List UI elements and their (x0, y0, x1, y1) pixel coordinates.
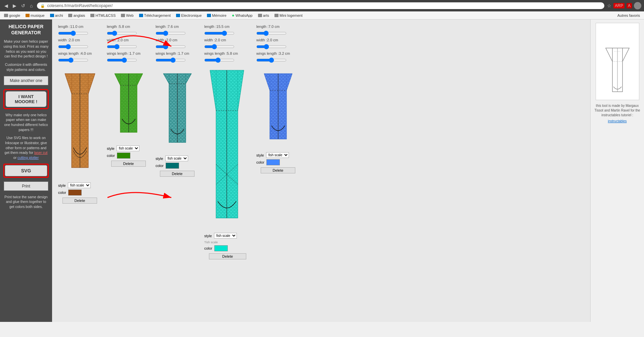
width-slider-5[interactable] (256, 44, 287, 49)
bookmark-memoire-label: Mémoire (212, 13, 226, 17)
bookmark-web[interactable]: Web (120, 13, 135, 18)
style-select-2[interactable]: fish scale chevron (117, 145, 139, 151)
bookmark-autres-label: Autres favoris (617, 13, 640, 17)
color-swatch-2[interactable] (117, 153, 130, 159)
style-label-1: style (58, 183, 66, 187)
length-param-2: length :5.8 cm (107, 25, 150, 29)
wings-slider-4[interactable] (204, 57, 234, 63)
delete-btn-4[interactable]: Delete (209, 253, 246, 259)
color-swatch-1[interactable] (68, 189, 82, 196)
color-label-1: color (58, 191, 66, 195)
width-slider-2[interactable] (107, 44, 137, 49)
helico-preview-1 (63, 67, 97, 178)
width-label-3: width :2.0 cm (156, 38, 177, 42)
helico-columns: length :11.0 cm width :2.0 cm wings leng… (55, 23, 302, 319)
i-want-more-button[interactable]: I WANT MOOORE ! (6, 91, 46, 107)
bookmark-anglais[interactable]: anglais (67, 13, 86, 18)
length-slider-4[interactable] (204, 31, 234, 36)
bookmark-autres[interactable]: Autres favoris (616, 13, 641, 18)
style-select-3[interactable]: fish scale chevron (165, 156, 188, 161)
bookmark-google[interactable]: google (3, 13, 22, 18)
width-param-2: width :2.0 cm (107, 38, 150, 42)
delete-btn-2[interactable]: Delete (111, 161, 146, 167)
bookmark-minilogement[interactable]: Mini logement (273, 13, 304, 18)
style-select-1[interactable]: fish scale chevron dots (68, 182, 91, 188)
length-slider-3[interactable] (156, 31, 186, 36)
app-title: HELICO PAPERGENERATOR (3, 24, 49, 36)
length-label-1: length :11.0 cm (58, 25, 83, 29)
color-swatch-5[interactable] (266, 159, 280, 165)
bookmark-web-label: Web (126, 13, 133, 17)
bookmark-musique-label: musique (31, 13, 45, 17)
style-row-2: style fish scale chevron (107, 145, 150, 151)
length-param-1: length :11.0 cm (58, 25, 101, 29)
helico-col-3: length :7.6 cm width :2.0 cm wings lengt… (153, 23, 202, 179)
helico-col-1: length :11.0 cm width :2.0 cm wings leng… (55, 23, 104, 206)
style-label-2: style (107, 146, 115, 151)
right-panel: this tool is made by Margaux Tissot and … (590, 19, 644, 322)
bookmark-minilogement-label: Mini logement (280, 13, 302, 17)
extensions-area: ARP (613, 3, 625, 8)
address-bar[interactable]: 🔒 cotesens.fr/martinRavel/helicopaper/ (37, 2, 604, 9)
refresh-button[interactable]: ↺ (19, 2, 27, 9)
length-label-4: length :15.5 cm (204, 25, 229, 29)
helico-col-5: length :7.0 cm width :2.0 cm wings lengt… (254, 23, 302, 176)
helico-preview-3 (161, 67, 194, 151)
color-row-1: color (58, 189, 101, 196)
user-avatar[interactable] (634, 2, 641, 9)
back-button[interactable]: ◀ (3, 2, 10, 9)
width-slider-3[interactable] (156, 44, 186, 49)
color-swatch-4[interactable] (214, 245, 228, 251)
wings-slider-2[interactable] (107, 57, 137, 63)
length-param-3: length :7.6 cm (156, 25, 199, 29)
wings-param-5: wings length :3.2 cm (256, 51, 300, 55)
bookmarks-bar: google musique archi anglais HTML&CSS We… (0, 11, 644, 19)
length-param-5: length :7.0 cm (256, 25, 300, 29)
style-label-4: style (204, 234, 212, 238)
delete-btn-1[interactable]: Delete (62, 198, 97, 204)
wings-slider-1[interactable] (58, 57, 88, 63)
bookmark-memoire[interactable]: Mémoire (206, 13, 228, 18)
cutting-plotter-link[interactable]: cutting plotter (17, 156, 39, 160)
bookmark-telechargement[interactable]: Téléchargement (138, 13, 172, 18)
app-desc2: Customize it with differents style patte… (3, 62, 49, 72)
i-want-more-desc: Why make only one helico paper when we c… (3, 113, 49, 132)
length-slider-2[interactable] (107, 31, 137, 36)
width-slider-1[interactable] (58, 44, 88, 49)
color-label-4: color (204, 246, 212, 250)
bookmark-archi[interactable]: archi (49, 13, 65, 18)
bookmark-musique[interactable]: musique (24, 13, 46, 18)
style-label-5: style (256, 153, 264, 157)
style-row-5: style fish scale chevron (256, 152, 300, 158)
wings-slider-5[interactable] (256, 57, 287, 63)
wings-param-4: wings length :5.8 cm (204, 51, 251, 55)
wings-slider-3[interactable] (156, 57, 186, 63)
bookmark-arts[interactable]: arts (257, 13, 270, 18)
instructables-link[interactable]: instructables (608, 119, 627, 124)
wings-label-3: wings length :1.7 cm (156, 51, 189, 55)
star-icon[interactable]: ☆ (607, 3, 611, 8)
print-button[interactable]: Print (3, 181, 49, 191)
forward-button[interactable]: ▶ (11, 2, 18, 9)
svg-button[interactable]: SVG (5, 165, 47, 176)
length-slider-1[interactable] (58, 31, 88, 36)
style-select-4[interactable]: fish scale chevron (214, 233, 237, 239)
bookmark-whatsapp[interactable]: ● WhatsApp (230, 12, 254, 18)
style-select-5[interactable]: fish scale chevron (266, 152, 289, 158)
bookmark-electronique[interactable]: Electronique (175, 13, 203, 18)
color-swatch-3[interactable] (166, 163, 179, 169)
length-slider-5[interactable] (256, 31, 287, 36)
svg-desc: Use SVG files to work on Inkscape or Ill… (3, 135, 49, 160)
width-slider-4[interactable] (204, 44, 234, 49)
delete-btn-5[interactable]: Delete (261, 167, 295, 173)
make-another-button[interactable]: Make another one (3, 76, 49, 86)
bookmark-htmlcss[interactable]: HTML&CSS (89, 13, 117, 18)
helico-preview-4 (209, 67, 246, 228)
helico-svg-4 (209, 67, 246, 228)
laser-cut-link[interactable]: laser cut (34, 151, 48, 155)
delete-btn-3[interactable]: Delete (160, 171, 195, 177)
color-label-5: color (256, 160, 264, 164)
browser-chrome: ◀ ▶ ↺ ⌂ 🔒 cotesens.fr/martinRavel/helico… (0, 0, 644, 19)
home-button[interactable]: ⌂ (28, 2, 34, 9)
content-area: length :11.0 cm width :2.0 cm wings leng… (52, 19, 590, 322)
